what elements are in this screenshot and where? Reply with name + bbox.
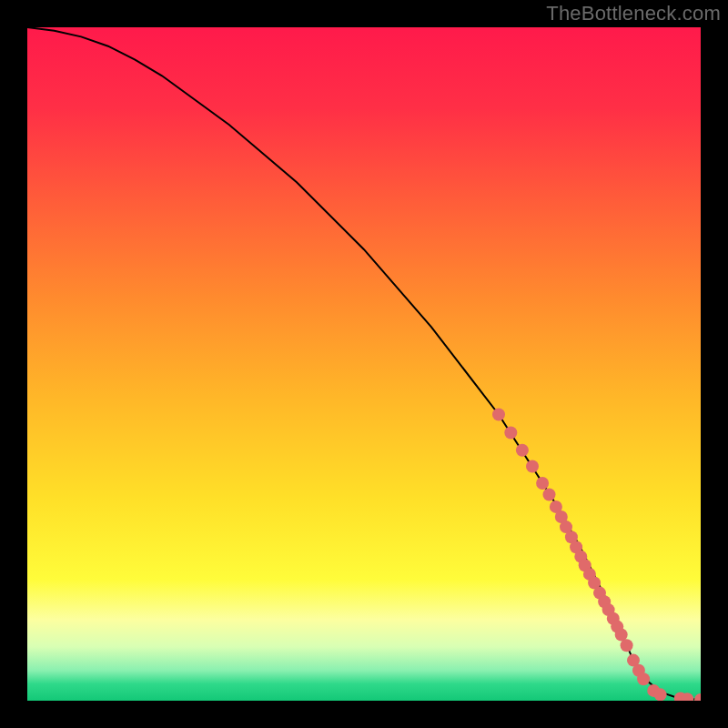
scatter-dot: [543, 489, 556, 501]
scatter-dot: [504, 426, 517, 439]
chart-frame: TheBottleneck.com: [0, 0, 728, 728]
plot-area: [27, 27, 701, 701]
scatter-dot: [637, 672, 650, 685]
scatter-dot: [492, 409, 505, 421]
scatter-dot: [526, 460, 539, 472]
scatter-dot: [615, 628, 628, 641]
scatter-dot: [621, 639, 633, 652]
scatter-dot: [536, 477, 549, 490]
watermark-label: TheBottleneck.com: [546, 2, 721, 25]
plot-svg: [27, 27, 701, 701]
scatter-dot: [516, 444, 529, 457]
scatter-dot: [654, 688, 667, 701]
